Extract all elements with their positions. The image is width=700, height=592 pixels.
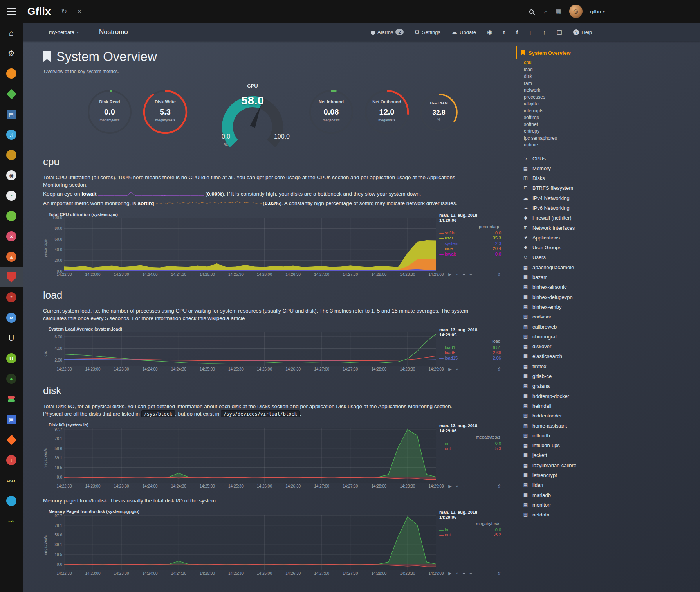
app-gitlab-icon[interactable]	[0, 430, 23, 450]
legend-user[interactable]: — user35.3	[439, 236, 501, 241]
legend-in[interactable]: — in0.0	[439, 441, 501, 446]
app-flame-app-icon[interactable]: ▲	[0, 247, 23, 267]
app-jackett-icon[interactable]	[0, 145, 23, 165]
settings-gear-icon[interactable]: ⚙	[0, 43, 23, 63]
chart-resize-handle[interactable]: ⇕	[497, 484, 501, 489]
menu-item-ram[interactable]: ram	[522, 80, 700, 87]
settings-button[interactable]: ⚙ Settings	[415, 29, 440, 36]
app-ubooquity-icon[interactable]: U	[0, 328, 23, 348]
menu-app-influxdb[interactable]: ▦influxdb	[522, 431, 700, 441]
menu-app-lazylibrarian-calibre[interactable]: ▦lazylibrarian-calibre	[522, 461, 700, 470]
menu-section-ipv6-networking[interactable]: ☁IPv6 Networking	[522, 203, 700, 213]
app-blue-window-icon[interactable]: ▣	[0, 409, 23, 430]
menu-hamburger-icon[interactable]	[0, 0, 23, 23]
legend-softirq[interactable]: — softirq0.0	[439, 230, 501, 236]
app-organizr-icon[interactable]	[0, 63, 23, 84]
zoom-in-icon[interactable]: +	[463, 272, 465, 277]
pan-left-icon[interactable]: «	[442, 571, 444, 576]
menu-app-bazarr[interactable]: ▦bazarr	[522, 272, 700, 282]
menu-item-cpu[interactable]: cpu	[522, 59, 700, 67]
menu-section-disks[interactable]: ◫Disks	[522, 173, 700, 183]
app-netdata-icon[interactable]	[0, 267, 23, 287]
pan-left-icon[interactable]: «	[442, 367, 444, 372]
menu-app-diskover[interactable]: ▦diskover	[522, 342, 700, 351]
fullscreen-icon[interactable]: ↔	[540, 7, 549, 16]
wikipedia-link[interactable]: wikipedia article	[207, 315, 245, 321]
gauge-net-outbound[interactable]: Net Outbound12.0megabits/s	[363, 88, 410, 135]
app-flower-app-icon[interactable]: *	[0, 287, 23, 308]
menu-app-binhex-emby[interactable]: ▦binhex-emby	[522, 302, 700, 312]
export-button[interactable]: ↑	[543, 29, 546, 36]
app-pills-icon[interactable]	[0, 389, 23, 409]
github-button[interactable]: ◉	[487, 29, 492, 36]
play-icon[interactable]: ▶	[448, 571, 451, 576]
search-icon[interactable]	[529, 9, 534, 14]
menu-app-binhex-airsonic[interactable]: ▦binhex-airsonic	[522, 282, 700, 292]
chart-resize-handle[interactable]: ⇕	[497, 367, 501, 372]
menu-app-grafana[interactable]: ▦grafana	[522, 381, 700, 391]
print-button[interactable]: ▤	[557, 29, 562, 36]
gauge-net-inbound[interactable]: Net Inbound0.08megabits/s	[308, 88, 355, 135]
help-button[interactable]: ? Help	[573, 29, 592, 35]
menu-section-ipv4-networking[interactable]: ☁IPv4 Networking	[522, 193, 700, 203]
menu-app-lidarr[interactable]: ▦lidarr	[522, 480, 700, 490]
app-green-u-icon[interactable]: U	[0, 348, 23, 369]
zoom-in-icon[interactable]: +	[463, 571, 465, 576]
twitter-button[interactable]: t	[503, 29, 505, 36]
cpu-chart-plot[interactable]: 14:22:3014:23:0014:23:3014:24:0014:24:30…	[64, 218, 436, 277]
legend-in[interactable]: — in0.0	[439, 527, 501, 533]
legend-iowait[interactable]: — iowait0.0	[439, 252, 501, 257]
menu-item-idlejitter[interactable]: idlejitter	[522, 101, 700, 108]
menu-app-apacheguacamole[interactable]: ▦apacheguacamole	[522, 263, 700, 272]
menu-app-influxdb-ups[interactable]: ▦influxdb-ups	[522, 441, 700, 450]
menu-app-netdata[interactable]: ▦netdata	[522, 510, 700, 520]
menu-item-ipc-semaphores[interactable]: ipc semaphores	[522, 135, 700, 142]
play-icon[interactable]: ▶	[448, 484, 451, 489]
zoom-out-icon[interactable]: −	[469, 571, 472, 576]
menu-item-interrupts[interactable]: interrupts	[522, 108, 700, 115]
load-chart-plot[interactable]: 14:22:3014:23:0014:23:3014:24:0014:24:30…	[64, 332, 436, 372]
menu-app-letsencrypt[interactable]: ▦letsencrypt	[522, 470, 700, 480]
app-dark-green-icon[interactable]: ●	[0, 369, 23, 389]
app-airsonic-icon[interactable]: ♫	[0, 124, 23, 145]
legend-nice[interactable]: — nice20.4	[439, 246, 501, 252]
menu-section-memory[interactable]: ▤Memory	[522, 164, 700, 173]
zoom-out-icon[interactable]: −	[469, 367, 472, 372]
app-lidarr-icon[interactable]: ◔	[0, 185, 23, 206]
menu-app-binhex-delugevpn[interactable]: ▦binhex-delugevpn	[522, 292, 700, 302]
alarms-button[interactable]: Alarms 2	[371, 29, 404, 35]
menu-section-cpus[interactable]: ϟCPUs	[522, 154, 700, 164]
app-drop-icon[interactable]	[0, 491, 23, 511]
gauge-used-ram[interactable]: Used RAM32.8%	[419, 92, 459, 132]
pan-right-icon[interactable]: »	[456, 571, 458, 576]
menu-app-chronograf[interactable]: ▦chronograf	[522, 332, 700, 342]
legend-load15[interactable]: — load152.06	[439, 356, 501, 361]
menu-app-mariadb[interactable]: ▦mariadb	[522, 490, 700, 500]
pan-right-icon[interactable]: »	[456, 367, 458, 372]
menu-section-users[interactable]: ☺Users	[522, 252, 700, 262]
zoom-out-icon[interactable]: −	[469, 272, 472, 277]
menu-item-softirqs[interactable]: softirqs	[522, 114, 700, 121]
zoom-in-icon[interactable]: +	[463, 484, 465, 489]
app-sabnzbd-icon[interactable]: sab	[0, 511, 23, 531]
menu-app-jackett[interactable]: ▦jackett	[522, 450, 700, 460]
disk-chart-plot[interactable]: 14:22:3014:23:0014:23:3014:24:0014:24:30…	[64, 428, 436, 489]
app-lazylibrarian-icon[interactable]: LAZY	[0, 470, 23, 491]
menu-app-heimdall[interactable]: ▦heimdall	[522, 401, 700, 411]
apps-grid-icon[interactable]: ▦	[556, 8, 561, 15]
menu-item-network[interactable]: network	[522, 87, 700, 94]
pgpgio-chart-plot[interactable]: 14:22:3014:23:0014:23:3014:24:0014:24:30…	[64, 515, 436, 576]
menu-item-entropy[interactable]: entropy	[522, 128, 700, 135]
app-pink-app-icon[interactable]: ×	[0, 226, 23, 247]
menu-item-load[interactable]: load	[522, 67, 700, 74]
menu-item-uptime[interactable]: uptime	[522, 142, 700, 149]
menu-app-hddtemp-docker[interactable]: ▦hddtemp-docker	[522, 391, 700, 401]
legend-load5[interactable]: — load52.68	[439, 350, 501, 356]
app-nextcloud-icon[interactable]: ∞	[0, 308, 23, 328]
menu-app-hiddenloader[interactable]: ▦hiddenloader	[522, 411, 700, 421]
menu-app-home-assistant[interactable]: ▦home-assistant	[522, 421, 700, 431]
menu-app-monitorr[interactable]: ▦monitorr	[522, 500, 700, 510]
app-emby-icon[interactable]	[0, 84, 23, 104]
menu-app-elasticsearch[interactable]: ▦elasticsearch	[522, 351, 700, 361]
avatar[interactable]: ☺	[569, 5, 583, 18]
